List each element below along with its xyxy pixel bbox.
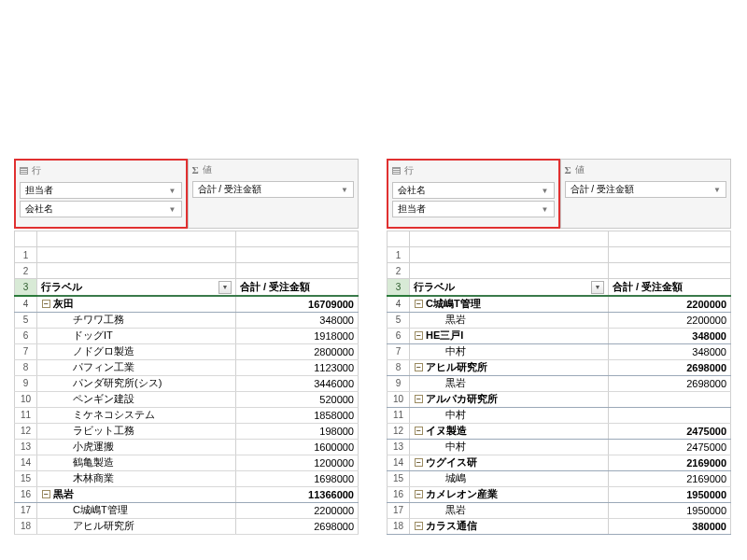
pivot-value-cell[interactable]: 198000 [235, 423, 358, 439]
pivot-label-cell[interactable]: C城嶋T管理 [37, 502, 236, 518]
pivot-label-cell[interactable]: −イヌ製造 [410, 423, 609, 439]
row-number[interactable]: 17 [15, 502, 37, 518]
pivot-label-cell[interactable]: 黒岩 [410, 375, 609, 391]
row-number[interactable]: 5 [15, 312, 37, 328]
pivot-label-cell[interactable]: パフィン工業 [37, 359, 236, 375]
pivot-label-cell[interactable]: ドッグIT [37, 328, 236, 343]
row-number[interactable]: 10 [388, 391, 410, 407]
row-number[interactable]: 9 [388, 375, 410, 391]
pivot-table-right[interactable]: 1 2 3 行ラベル ▼ 合計 / 受注金額 4−C城嶋T管理22000005黒… [387, 231, 731, 535]
cell[interactable] [37, 247, 236, 263]
pivot-value-cell[interactable]: 1950000 [608, 486, 730, 502]
row-number[interactable]: 18 [388, 518, 410, 534]
cell[interactable] [235, 263, 358, 279]
pivot-value-cell[interactable]: 2169000 [608, 470, 730, 486]
cell[interactable] [608, 231, 730, 247]
pivot-label-cell[interactable]: −黒岩 [37, 486, 236, 502]
pivot-label-cell[interactable]: −カラス通信 [410, 518, 609, 534]
pivot-label-cell[interactable]: パンダ研究所(シス) [37, 375, 236, 391]
pivot-value-cell[interactable]: 348000 [235, 312, 358, 328]
row-number[interactable]: 14 [15, 455, 37, 470]
row-number[interactable]: 3 [15, 279, 37, 297]
row-number[interactable]: 10 [15, 391, 37, 407]
row-field-item-1[interactable]: 会社名 ▼ [20, 201, 182, 217]
row-field-item-1[interactable]: 担当者 ▼ [392, 201, 555, 217]
cell[interactable] [410, 247, 609, 263]
collapse-icon[interactable]: − [415, 427, 423, 435]
pivot-value-cell[interactable]: 2475000 [608, 423, 730, 439]
collapse-icon[interactable]: − [415, 363, 423, 371]
pivot-value-header[interactable]: 合計 / 受注金額 [608, 279, 730, 297]
row-number[interactable]: 7 [388, 343, 410, 359]
row-number[interactable]: 8 [388, 359, 410, 375]
pivot-label-cell[interactable]: −C城嶋T管理 [410, 296, 609, 312]
value-field-item[interactable]: 合計 / 受注金額 ▼ [192, 181, 355, 198]
row-number[interactable]: 7 [15, 343, 37, 359]
pivot-label-cell[interactable]: 中村 [410, 407, 609, 423]
collapse-icon[interactable]: − [415, 331, 423, 340]
row-number[interactable]: 16 [15, 486, 37, 502]
collapse-icon[interactable]: − [42, 490, 50, 498]
pivot-label-cell[interactable]: −カメレオン産業 [410, 486, 609, 502]
pivot-label-cell[interactable]: −アルパカ研究所 [410, 391, 609, 407]
pivot-value-cell[interactable]: 2698000 [608, 375, 730, 391]
pivot-label-cell[interactable]: −灰田 [37, 296, 236, 312]
pivot-label-cell[interactable]: 鶴亀製造 [37, 455, 236, 470]
row-number[interactable]: 12 [15, 423, 37, 439]
row-number[interactable]: 3 [388, 279, 410, 297]
value-field-item[interactable]: 合計 / 受注金額 ▼ [565, 181, 727, 198]
pivot-value-cell[interactable]: 2169000 [608, 455, 730, 470]
row-number[interactable]: 5 [388, 312, 410, 328]
pivot-label-cell[interactable]: 中村 [410, 343, 609, 359]
collapse-icon[interactable]: − [415, 395, 423, 403]
pivot-value-cell[interactable]: 11366000 [235, 486, 358, 502]
row-number[interactable]: 15 [388, 470, 410, 486]
collapse-icon[interactable]: − [415, 490, 423, 498]
row-number[interactable]: 4 [15, 296, 37, 312]
pivot-value-cell[interactable]: 2698000 [235, 518, 358, 534]
row-number[interactable]: 11 [15, 407, 37, 423]
pivot-value-cell[interactable]: 1698000 [235, 470, 358, 486]
pivot-value-cell[interactable]: 2200000 [608, 296, 730, 312]
row-number[interactable]: 18 [15, 518, 37, 534]
pivot-value-cell[interactable] [608, 391, 730, 407]
pivot-label-cell[interactable]: ペンギン建設 [37, 391, 236, 407]
row-number[interactable]: 8 [15, 359, 37, 375]
pivot-label-cell[interactable]: ノドグロ製造 [37, 343, 236, 359]
pivot-value-cell[interactable]: 520000 [235, 391, 358, 407]
pivot-label-cell[interactable]: ミケネコシステム [37, 407, 236, 423]
pivot-value-cell[interactable]: 2800000 [235, 343, 358, 359]
pivot-value-cell[interactable]: 1858000 [235, 407, 358, 423]
pivot-value-cell[interactable]: 1200000 [235, 455, 358, 470]
row-number[interactable]: 14 [388, 455, 410, 470]
pivot-value-cell[interactable] [608, 407, 730, 423]
row-number[interactable]: 16 [388, 486, 410, 502]
pivot-value-cell[interactable]: 2200000 [608, 312, 730, 328]
pivot-label-cell[interactable]: チワワ工務 [37, 312, 236, 328]
pivot-row-label-header[interactable]: 行ラベル ▼ [37, 279, 236, 297]
pivot-value-cell[interactable]: 1600000 [235, 439, 358, 455]
pivot-value-cell[interactable]: 2475000 [608, 439, 730, 455]
pivot-label-cell[interactable]: 城嶋 [410, 470, 609, 486]
filter-dropdown-button[interactable]: ▼ [218, 281, 232, 294]
row-number[interactable]: 17 [388, 502, 410, 518]
row-number[interactable]: 6 [388, 328, 410, 343]
row-number[interactable] [15, 231, 37, 247]
collapse-icon[interactable]: − [415, 458, 423, 467]
pivot-label-cell[interactable]: 黒岩 [410, 502, 609, 518]
filter-dropdown-button[interactable]: ▼ [591, 281, 604, 294]
pivot-label-cell[interactable]: 黒岩 [410, 312, 609, 328]
collapse-icon[interactable]: − [42, 300, 50, 308]
cell[interactable] [37, 263, 236, 279]
pivot-value-cell[interactable]: 1950000 [608, 502, 730, 518]
row-field-item-0[interactable]: 担当者 ▼ [20, 182, 182, 199]
pivot-value-cell[interactable]: 348000 [608, 328, 730, 343]
row-number[interactable]: 1 [388, 247, 410, 263]
pivot-value-cell[interactable]: 1123000 [235, 359, 358, 375]
pivot-label-cell[interactable]: −HE三戸I [410, 328, 609, 343]
cell[interactable] [410, 263, 609, 279]
cell[interactable] [37, 231, 236, 247]
pivot-value-cell[interactable]: 2200000 [235, 502, 358, 518]
collapse-icon[interactable]: − [415, 522, 423, 530]
row-number[interactable]: 9 [15, 375, 37, 391]
